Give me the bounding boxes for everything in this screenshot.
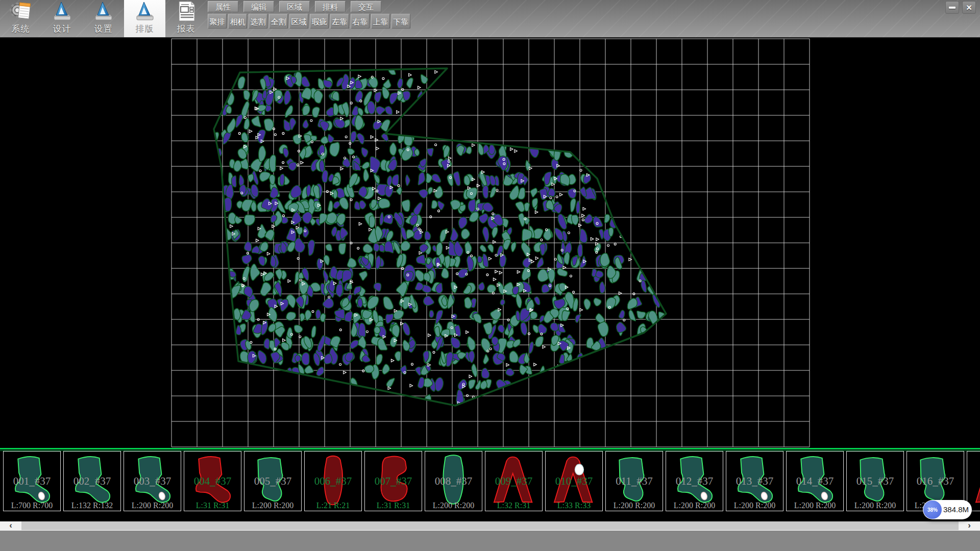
chevron-left-icon: ‹ (9, 521, 12, 530)
chevron-right-icon: › (968, 521, 971, 530)
thumbnail-cell-13[interactable]: 013_#37L:200 R:200 (726, 451, 783, 511)
tool-button-5[interactable]: 区域 (289, 14, 308, 29)
thumbnail-cell-1[interactable]: 001_#37L:700 R:700 (3, 451, 61, 511)
toolbar: 系统 设计 设置 排版 报表 属性编辑区域排料交互 聚排相机选割全割区域 (0, 0, 980, 38)
nesting-canvas[interactable] (0, 38, 980, 448)
piece-label: 008_#37 (425, 475, 482, 488)
tool-button-3[interactable]: 选割 (249, 14, 267, 29)
tool-button-2[interactable]: 相机 (228, 14, 247, 29)
report-doc-icon (175, 0, 198, 22)
module-button-3[interactable]: 设置 (83, 0, 124, 37)
tool-button-6[interactable]: 瑕疵 (310, 14, 329, 29)
piece-film-strip: 001_#37L:700 R:700002_#37L:132 R:132003_… (0, 448, 980, 521)
thumbnail-cell-6[interactable]: 006_#37L:21 R:21 (304, 451, 362, 511)
piece-lr-count: L:32 R:31 (485, 501, 542, 510)
piece-lr-count: L:700 R:700 (4, 501, 60, 510)
tool-button-7[interactable]: 左靠 (330, 14, 349, 29)
piece-lr-count: L:200 R:200 (787, 501, 843, 510)
menu-tab-row: 属性编辑区域排料交互 (208, 1, 381, 12)
piece-lr-count: L:132 R:132 (64, 501, 120, 510)
thumbnail-cell-7[interactable]: 007_#37L:31 R:31 (364, 451, 422, 511)
module-button-1[interactable]: 系统 (0, 0, 41, 37)
thumbnail-cell-4[interactable]: 004_#37L:31 R:31 (184, 451, 241, 511)
minimize-icon (949, 7, 955, 9)
module-button-4[interactable]: 排版 (124, 0, 165, 37)
horizontal-scrollbar: ‹ › (0, 521, 980, 531)
thumbnail-cell-12[interactable]: 012_#37L:200 R:200 (666, 451, 723, 511)
piece-lr-count: L:200 R:200 (726, 501, 783, 510)
thumbnail-cell-2[interactable]: 002_#37L:132 R:132 (63, 451, 121, 511)
thumbnail-cell-9[interactable]: 009_#37L:32 R:31 (485, 451, 543, 511)
menu-tab-5[interactable]: 交互 (351, 1, 381, 12)
piece-label: 005_#37 (244, 475, 301, 488)
tool-button-row: 聚排相机选割全割区域瑕疵左靠右靠上靠下靠 (208, 14, 410, 29)
piece-lr-count: L:200 R:200 (847, 501, 903, 510)
piece-lr-count: L:200 R:200 (425, 501, 482, 510)
menu-tab-1[interactable]: 属性 (208, 1, 238, 12)
tool-button-10[interactable]: 下靠 (391, 14, 410, 29)
tool-button-4[interactable]: 全割 (269, 14, 288, 29)
piece-lr-count: L:200 R:200 (666, 501, 723, 510)
memory-value: 384.8M (943, 500, 969, 519)
piece-label: 007_#37 (365, 475, 422, 488)
piece-label: 010_#37 (546, 475, 602, 488)
scroll-right-button[interactable]: › (959, 521, 980, 530)
nesting-canvas-area[interactable] (0, 38, 980, 448)
tool-button-8[interactable]: 右靠 (351, 14, 370, 29)
piece-label: 001_#37 (4, 475, 60, 488)
thumbnail-cell-11[interactable]: 011_#37L:200 R:200 (605, 451, 663, 511)
piece-label: 003_#37 (124, 475, 181, 488)
piece-lr-count: L:31 R:31 (184, 501, 241, 510)
module-button-label: 系统 (12, 23, 30, 35)
thumbnail-cell-15[interactable]: 015_#37L:200 R:200 (846, 451, 904, 511)
thumbnail-cell-10[interactable]: 010_#37L:33 R:33 (545, 451, 603, 511)
thumbnail-cell-5[interactable]: 005_#37L:200 R:200 (244, 451, 302, 511)
close-icon: × (966, 3, 972, 12)
menu-tab-4[interactable]: 排料 (315, 1, 346, 12)
piece-shape (967, 452, 980, 511)
scroll-track[interactable] (21, 521, 959, 530)
module-button-5[interactable]: 报表 (165, 0, 207, 37)
piece-label: 015_#37 (847, 475, 903, 488)
piece-lr-count: L:21 R:21 (305, 501, 361, 510)
piece-label: 012_#37 (666, 475, 723, 488)
module-button-label: 报表 (177, 23, 195, 35)
piece-label: 009_#37 (485, 475, 542, 488)
strip-accent-line (0, 448, 980, 449)
piece-lr-count: L:33 R:33 (546, 501, 602, 510)
piece-lr-count: L:200 R:200 (244, 501, 301, 510)
thumbnail-cell-3[interactable]: 003_#37L:200 R:200 (124, 451, 181, 511)
module-button-label: 设计 (53, 23, 71, 35)
thumbnail-cell-8[interactable]: 008_#37L:200 R:200 (425, 451, 482, 511)
piece-label: 014_#37 (787, 475, 843, 488)
percent-indicator: 38% (923, 500, 942, 519)
piece-label: 016_#37 (907, 475, 964, 488)
layout-ruler-icon (133, 0, 157, 22)
module-button-2[interactable]: 设计 (41, 0, 83, 37)
scroll-left-button[interactable]: ‹ (0, 521, 21, 530)
design-ruler-icon (51, 0, 74, 22)
piece-lr-count: L:31 R:31 (365, 501, 422, 510)
piece-label: 013_#37 (726, 475, 783, 488)
close-button[interactable]: × (962, 1, 976, 14)
memory-usage-badge[interactable]: 38% 384.8M (923, 500, 972, 519)
piece-label: 002_#37 (64, 475, 120, 488)
main-module-buttons: 系统 设计 设置 排版 报表 (0, 0, 207, 37)
module-button-label: 排版 (136, 23, 154, 35)
status-bar (0, 531, 980, 551)
settings-ruler-icon (92, 0, 115, 22)
piece-label: 011_#37 (606, 475, 663, 488)
tool-button-1[interactable]: 聚排 (208, 14, 227, 29)
system-gear-icon (9, 0, 33, 22)
window-controls: × (945, 1, 976, 14)
menu-tab-2[interactable]: 编辑 (243, 1, 274, 12)
piece-lr-count: L:200 R:200 (606, 501, 663, 510)
menu-tab-3[interactable]: 区域 (279, 1, 310, 12)
piece-lr-count: L:200 R:200 (124, 501, 181, 510)
minimize-button[interactable] (945, 1, 959, 14)
piece-label: 004_#37 (184, 475, 241, 488)
tool-button-9[interactable]: 上靠 (371, 14, 390, 29)
piece-label: 006_#37 (305, 475, 361, 488)
percent-value: 38% (927, 507, 938, 513)
thumbnail-cell-14[interactable]: 014_#37L:200 R:200 (786, 451, 844, 511)
